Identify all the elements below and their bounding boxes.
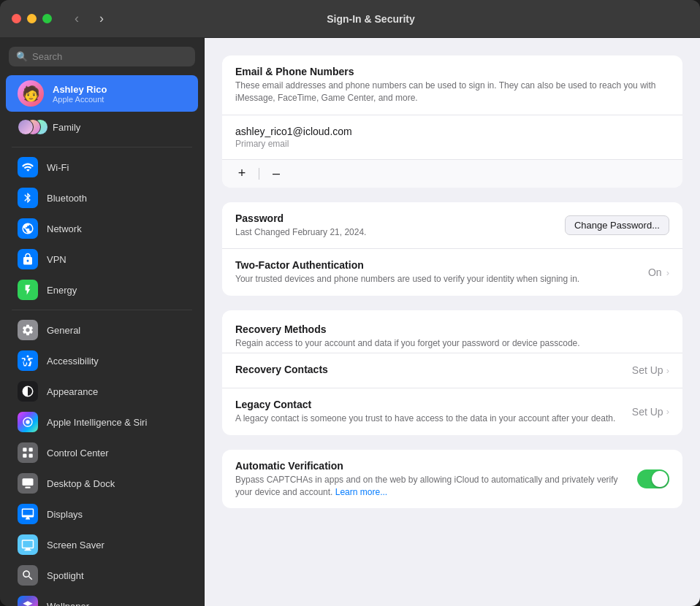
recovery-contacts-chevron: › bbox=[666, 365, 669, 376]
family-avatars-icon bbox=[18, 117, 44, 137]
password-info: Password Last Changed February 21, 2024. bbox=[235, 212, 565, 239]
family-avatar-1 bbox=[18, 119, 34, 135]
svg-point-0 bbox=[27, 356, 29, 358]
accessibility-icon bbox=[18, 350, 38, 371]
legacy-contact-title: Legacy Contact bbox=[235, 399, 632, 410]
sidebar-item-apple-account[interactable]: 🧑 Ashley Rico Apple Account bbox=[6, 75, 198, 112]
vpn-icon bbox=[18, 249, 38, 269]
auto-verification-desc: Bypass CAPTCHAs in apps and on the web b… bbox=[235, 474, 637, 499]
password-last-changed: Last Changed February 21, 2024. bbox=[235, 226, 565, 239]
sidebar-item-network[interactable]: Network bbox=[6, 213, 198, 244]
energy-icon bbox=[18, 280, 38, 300]
displays-icon bbox=[18, 504, 38, 524]
wallpaper-icon bbox=[18, 596, 38, 606]
back-button[interactable]: ‹ bbox=[66, 9, 87, 29]
email-header-row: Email & Phone Numbers These email addres… bbox=[222, 55, 682, 115]
sidebar-item-siri[interactable]: Apple Intelligence & Siri bbox=[6, 407, 198, 437]
legacy-contact-inner: Legacy Contact A legacy contact is someo… bbox=[235, 399, 669, 425]
sidebar-item-label-siri: Apple Intelligence & Siri bbox=[47, 417, 147, 428]
svg-rect-2 bbox=[23, 448, 26, 451]
svg-rect-3 bbox=[29, 448, 33, 451]
forward-button[interactable]: › bbox=[91, 9, 112, 29]
sidebar-item-vpn[interactable]: VPN bbox=[6, 244, 198, 275]
screen-saver-icon bbox=[18, 534, 38, 555]
sidebar-item-accessibility[interactable]: Accessibility bbox=[6, 345, 198, 376]
change-password-button[interactable]: Change Password... bbox=[565, 215, 669, 235]
sidebar-item-label-accessibility: Accessibility bbox=[47, 356, 99, 367]
minimize-button[interactable] bbox=[27, 14, 37, 23]
legacy-contact-row[interactable]: Legacy Contact A legacy contact is someo… bbox=[222, 388, 682, 435]
sidebar-item-label-general: General bbox=[47, 325, 80, 336]
auto-verification-toggle[interactable] bbox=[637, 469, 669, 488]
search-box[interactable]: 🔍 Search bbox=[9, 47, 195, 66]
password-row: Password Last Changed February 21, 2024.… bbox=[222, 202, 682, 250]
button-separator bbox=[259, 168, 259, 180]
legacy-contact-action-area: Set Up › bbox=[632, 406, 669, 418]
sidebar-item-label-desktop-dock: Desktop & Dock bbox=[47, 478, 115, 489]
auto-verification-row: Automatic Verification Bypass CAPTCHAs i… bbox=[222, 450, 682, 509]
maximize-button[interactable] bbox=[42, 14, 52, 23]
sidebar-item-general[interactable]: General bbox=[6, 315, 198, 345]
sidebar-item-wallpaper[interactable]: Wallpaper bbox=[6, 591, 198, 606]
recovery-contacts-inner: Recovery Contacts Set Up › bbox=[235, 364, 669, 377]
general-icon bbox=[18, 320, 38, 340]
svg-point-1 bbox=[26, 420, 29, 423]
sidebar-item-family[interactable]: Family bbox=[6, 112, 198, 142]
divider-1 bbox=[12, 147, 192, 147]
email-value-row: ashley_rico1@icloud.com Primary email bbox=[222, 115, 682, 160]
search-container: 🔍 Search bbox=[0, 47, 204, 75]
recovery-contacts-setup: Set Up bbox=[632, 364, 663, 376]
sidebar-item-wifi[interactable]: Wi-Fi bbox=[6, 152, 198, 183]
two-factor-chevron: › bbox=[666, 267, 669, 278]
sidebar-item-label-bluetooth: Bluetooth bbox=[47, 193, 87, 204]
two-factor-title: Two-Factor Authentication bbox=[235, 259, 648, 271]
sidebar: 🔍 Search 🧑 Ashley Rico Apple Account bbox=[0, 38, 205, 606]
sidebar-item-label-wifi: Wi-Fi bbox=[47, 162, 69, 173]
wifi-icon bbox=[18, 157, 38, 177]
recovery-contacts-title: Recovery Contacts bbox=[235, 364, 328, 375]
two-factor-info: Two-Factor Authentication Your trusted d… bbox=[235, 259, 648, 285]
recovery-methods-title: Recovery Methods bbox=[235, 323, 669, 335]
appearance-icon bbox=[18, 381, 38, 402]
auto-verification-info: Automatic Verification Bypass CAPTCHAs i… bbox=[235, 460, 637, 499]
two-factor-row[interactable]: Two-Factor Authentication Your trusted d… bbox=[222, 249, 682, 296]
bluetooth-icon bbox=[18, 188, 38, 208]
recovery-header: Recovery Methods Regain access to your a… bbox=[222, 310, 682, 353]
recovery-contacts-row[interactable]: Recovery Contacts Set Up › bbox=[222, 353, 682, 388]
sidebar-item-desktop-dock[interactable]: Desktop & Dock bbox=[6, 468, 198, 499]
nav-buttons: ‹ › bbox=[66, 9, 112, 29]
sidebar-item-appearance[interactable]: Appearance bbox=[6, 376, 198, 407]
avatar: 🧑 bbox=[18, 80, 44, 107]
sidebar-item-label-family: Family bbox=[53, 122, 80, 133]
sidebar-item-spotlight[interactable]: Spotlight bbox=[6, 560, 198, 591]
two-factor-status: On bbox=[648, 266, 662, 278]
legacy-contact-info: Legacy Contact A legacy contact is someo… bbox=[235, 399, 632, 425]
sidebar-item-control-center[interactable]: Control Center bbox=[6, 437, 198, 468]
password-title: Password bbox=[235, 212, 565, 224]
svg-rect-4 bbox=[23, 454, 26, 458]
learn-more-link[interactable]: Learn more... bbox=[335, 487, 387, 497]
sidebar-item-screen-saver[interactable]: Screen Saver bbox=[6, 529, 198, 560]
sidebar-item-label-appearance: Appearance bbox=[47, 386, 98, 397]
sidebar-item-displays[interactable]: Displays bbox=[6, 499, 198, 529]
close-button[interactable] bbox=[12, 14, 21, 23]
sidebar-item-energy[interactable]: Energy bbox=[6, 275, 198, 305]
sidebar-item-label-wallpaper: Wallpaper bbox=[47, 601, 89, 607]
account-name: Ashley Rico bbox=[53, 84, 107, 95]
remove-email-button[interactable]: – bbox=[268, 166, 284, 182]
legacy-contact-chevron: › bbox=[666, 406, 669, 417]
auto-verification-title: Automatic Verification bbox=[235, 460, 637, 472]
sidebar-item-label-screen-saver: Screen Saver bbox=[47, 540, 104, 551]
search-label: Search bbox=[32, 51, 62, 62]
add-email-button[interactable]: + bbox=[234, 166, 250, 182]
system-preferences-window: ‹ › Sign-In & Security 🔍 Search 🧑 Ashley… bbox=[0, 0, 700, 606]
sidebar-item-label-spotlight: Spotlight bbox=[47, 570, 84, 581]
sidebar-item-label-vpn: VPN bbox=[47, 254, 66, 265]
sidebar-item-label-control-center: Control Center bbox=[47, 448, 109, 459]
two-factor-desc: Your trusted devices and phone numbers a… bbox=[235, 273, 648, 285]
toggle-knob bbox=[652, 471, 668, 487]
password-section: Password Last Changed February 21, 2024.… bbox=[222, 202, 682, 296]
auto-verification-section: Automatic Verification Bypass CAPTCHAs i… bbox=[222, 450, 682, 509]
sidebar-item-bluetooth[interactable]: Bluetooth bbox=[6, 183, 198, 213]
auto-verification-desc-text: Bypass CAPTCHAs in apps and on the web b… bbox=[235, 475, 618, 497]
